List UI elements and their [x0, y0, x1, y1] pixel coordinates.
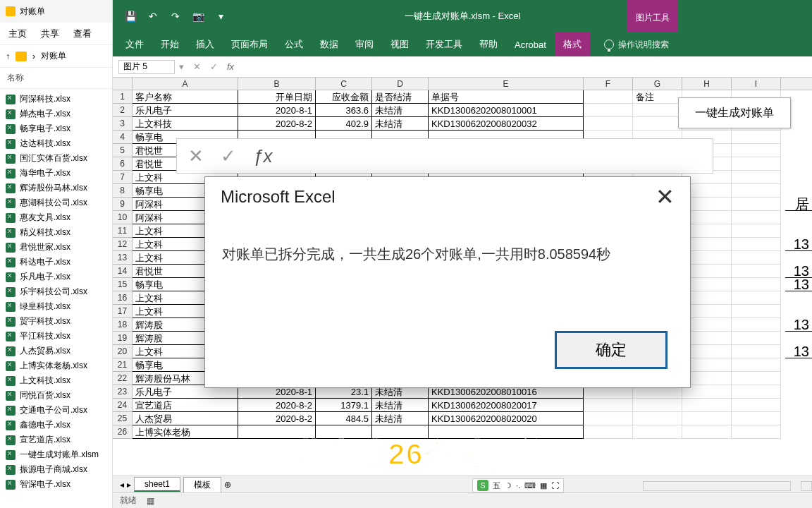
new-sheet-icon[interactable]: ⊕ — [224, 480, 231, 490]
file-item[interactable]: 上文科技.xlsx — [0, 373, 112, 388]
camera-icon[interactable]: 📷 — [190, 8, 206, 24]
cell[interactable] — [584, 90, 633, 104]
file-item[interactable]: 惠湖科技公司.xlsx — [0, 195, 112, 210]
cell[interactable] — [682, 399, 732, 412]
file-item[interactable]: 同悦百货.xlsx — [0, 388, 112, 403]
tab-home[interactable]: 开始 — [152, 32, 187, 56]
generate-statement-button[interactable]: 一键生成对账单 — [678, 97, 791, 128]
row-header[interactable]: 1 — [113, 90, 133, 104]
column-header[interactable]: H — [682, 78, 732, 90]
ime-grid-icon[interactable]: ▦ — [540, 481, 547, 490]
file-item[interactable]: 平江科技.xlsx — [0, 329, 112, 344]
tab-nav-left[interactable]: ◂ — [120, 480, 124, 490]
cell[interactable]: 2020-8-2 — [238, 412, 316, 425]
tab-layout[interactable]: 页面布局 — [223, 32, 276, 56]
redo-icon[interactable]: ↷ — [168, 8, 183, 24]
file-item[interactable]: 阿深科技.xlsx — [0, 92, 112, 107]
cell[interactable] — [732, 318, 781, 332]
cell[interactable] — [732, 399, 781, 412]
row-header[interactable]: 12 — [113, 238, 133, 251]
cancel-icon[interactable]: ✕ — [188, 61, 205, 72]
cell[interactable] — [732, 265, 781, 278]
cell[interactable]: 363.6 — [316, 104, 372, 117]
cell[interactable] — [732, 305, 781, 318]
tab-developer[interactable]: 开发工具 — [417, 32, 471, 56]
picture-tools-tab[interactable]: 图片工具 — [627, 0, 678, 32]
cell[interactable] — [732, 184, 781, 198]
column-header[interactable]: A — [133, 78, 238, 90]
column-header-name[interactable]: 名称 — [0, 68, 112, 89]
cell[interactable]: 未结清 — [372, 412, 429, 425]
cell[interactable] — [732, 211, 781, 224]
cell[interactable]: 2020-8-2 — [238, 117, 316, 131]
cell[interactable]: 开单日期 — [238, 90, 316, 104]
row-header[interactable]: 2 — [113, 104, 133, 117]
cell[interactable]: 未结清 — [372, 104, 429, 117]
file-item[interactable]: 振源电子商城.xlsx — [0, 462, 112, 477]
cell[interactable]: 人杰贸易 — [133, 412, 238, 425]
cell[interactable] — [732, 144, 781, 157]
row-header[interactable]: 8 — [113, 184, 133, 198]
accept-icon[interactable]: ✓ — [205, 61, 222, 72]
customize-icon[interactable]: ▾ — [213, 8, 228, 24]
cell[interactable]: KKD13006202008020020 — [429, 412, 584, 425]
file-item[interactable]: 智深电子.xlsx — [0, 477, 112, 492]
cell[interactable] — [732, 291, 781, 305]
tell-me-search[interactable]: 操作说明搜索 — [604, 39, 669, 51]
column-header[interactable]: D — [372, 78, 429, 90]
macro-record-icon[interactable]: ▦ — [147, 496, 154, 506]
cell[interactable] — [732, 198, 781, 211]
row-header[interactable]: 4 — [113, 131, 133, 144]
tab-help[interactable]: 帮助 — [471, 32, 506, 56]
tab-file[interactable]: 文件 — [117, 32, 152, 56]
file-item[interactable]: 君悦世家.xlsx — [0, 240, 112, 255]
row-header[interactable]: 7 — [113, 171, 133, 184]
file-item[interactable]: 上博实体老杨.xlsx — [0, 358, 112, 373]
cell[interactable]: 宣艺道店 — [133, 399, 238, 412]
explorer-tab-title[interactable]: 对账单 — [20, 6, 45, 18]
row-header[interactable]: 20 — [113, 345, 133, 358]
select-all-corner[interactable] — [113, 78, 133, 90]
cell[interactable]: 是否结清 — [372, 90, 429, 104]
cell[interactable] — [584, 425, 633, 439]
cell[interactable] — [584, 104, 633, 117]
cell[interactable] — [732, 358, 781, 372]
cell[interactable]: 1379.1 — [316, 399, 372, 412]
cell[interactable]: KKD13006202008020017 — [429, 399, 584, 412]
cell[interactable] — [682, 425, 732, 439]
breadcrumb-folder[interactable]: 对账单 — [41, 50, 66, 62]
row-header[interactable]: 21 — [113, 358, 133, 372]
row-header[interactable]: 26 — [113, 425, 133, 439]
file-item[interactable]: 宣艺道店.xlsx — [0, 433, 112, 447]
file-item[interactable]: 乐宇科技公司.xlsx — [0, 284, 112, 299]
cell[interactable]: KKD13006202008010001 — [429, 104, 584, 117]
cell[interactable] — [732, 425, 781, 439]
file-item[interactable]: 婵杰电子.xlsx — [0, 107, 112, 121]
cell[interactable]: 未结清 — [372, 117, 429, 131]
nav-up-icon[interactable]: ↑ — [6, 52, 10, 61]
file-item[interactable]: 科达电子.xlsx — [0, 255, 112, 270]
cell[interactable] — [732, 332, 781, 345]
file-item[interactable]: 国汇实体百货.xlsx — [0, 151, 112, 166]
cell[interactable] — [584, 117, 633, 131]
file-item[interactable]: 畅享电子.xlsx — [0, 121, 112, 136]
row-header[interactable]: 14 — [113, 265, 133, 278]
cell[interactable] — [732, 385, 781, 399]
row-header[interactable]: 25 — [113, 412, 133, 425]
cell[interactable]: 上博实体老杨 — [133, 425, 238, 439]
row-header[interactable]: 10 — [113, 211, 133, 224]
undo-icon[interactable]: ↶ — [145, 8, 161, 24]
cell[interactable] — [732, 251, 781, 265]
cell[interactable]: KKD13006202008020032 — [429, 117, 584, 131]
scroll-stub[interactable] — [801, 481, 812, 491]
file-item[interactable]: 贸宇科技.xlsx — [0, 314, 112, 329]
column-header[interactable]: F — [584, 78, 633, 90]
cell[interactable] — [633, 104, 682, 117]
row-header[interactable]: 3 — [113, 117, 133, 131]
sheet-tab-2[interactable]: 模板 — [183, 477, 221, 492]
cell[interactable]: 402.9 — [316, 117, 372, 131]
file-list[interactable]: 阿深科技.xlsx婵杰电子.xlsx畅享电子.xlsx达达科技.xlsx国汇实体… — [0, 89, 112, 505]
close-icon[interactable]: ✕ — [656, 186, 675, 208]
cell[interactable]: 未结清 — [372, 399, 429, 412]
fx-icon[interactable]: ƒx — [253, 145, 272, 167]
